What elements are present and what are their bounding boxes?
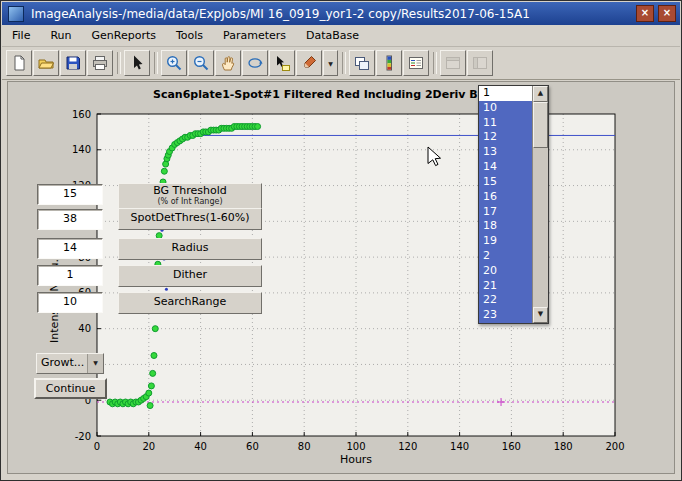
rotate-3d-icon bbox=[246, 54, 264, 72]
save-icon bbox=[64, 54, 82, 72]
chevron-down-icon: ▼ bbox=[87, 354, 103, 373]
plot-tools-show-button[interactable] bbox=[467, 50, 493, 76]
zoom-out-icon bbox=[192, 54, 210, 72]
dropdown-item-15[interactable]: 15 bbox=[479, 175, 532, 190]
toolbar-separator bbox=[342, 52, 346, 74]
radius-label: Radius bbox=[118, 238, 262, 260]
menu-item-tools[interactable]: Tools bbox=[166, 26, 213, 45]
print-button[interactable] bbox=[87, 50, 113, 76]
toolbar-separator bbox=[117, 52, 121, 74]
growth-mode-dropdown[interactable]: Growt... ▼ bbox=[36, 353, 104, 374]
app-window: ImageAnalysis-/media/data/ExpJobs/MI 16_… bbox=[0, 0, 682, 481]
dither-label: Dither bbox=[118, 265, 262, 287]
new-figure-button[interactable] bbox=[349, 50, 375, 76]
menu-item-database[interactable]: DataBase bbox=[296, 26, 369, 45]
dropdown-item-11[interactable]: 11 bbox=[479, 116, 532, 131]
insert-colorbar-button[interactable] bbox=[376, 50, 402, 76]
menu-item-parameters[interactable]: Parameters bbox=[213, 26, 296, 45]
brush-button[interactable] bbox=[296, 50, 322, 76]
scroll-up-button[interactable]: ▲ bbox=[533, 86, 548, 102]
zoom-out-button[interactable] bbox=[188, 50, 214, 76]
toolbar-separator bbox=[433, 52, 437, 74]
dropdown-item-20[interactable]: 20 bbox=[479, 264, 532, 279]
bg-threshold-input[interactable]: 15 bbox=[37, 184, 103, 205]
window-title: ImageAnalysis-/media/data/ExpJobs/MI 16_… bbox=[31, 7, 632, 21]
spot-det-thres-input[interactable]: 38 bbox=[37, 209, 103, 230]
new-document-button[interactable] bbox=[6, 50, 32, 76]
dropdown-scrollbar[interactable]: ▲ ▼ bbox=[532, 86, 548, 323]
search-range-label: SearchRange bbox=[118, 292, 262, 314]
dither-input[interactable]: 1 bbox=[37, 265, 103, 286]
insert-legend-icon bbox=[407, 54, 425, 72]
window-maximize-button[interactable]: × bbox=[636, 5, 654, 22]
menu-item-file[interactable]: File bbox=[2, 26, 40, 45]
toolbar-separator bbox=[154, 52, 158, 74]
new-figure-icon bbox=[353, 54, 371, 72]
plot-tools-hide-button[interactable] bbox=[440, 50, 466, 76]
rotate-3d-button[interactable] bbox=[242, 50, 268, 76]
zoom-in-button[interactable] bbox=[161, 50, 187, 76]
figure-canvas[interactable] bbox=[7, 81, 675, 474]
menu-item-run[interactable]: Run bbox=[40, 26, 81, 45]
print-icon bbox=[91, 54, 109, 72]
titlebar[interactable]: ImageAnalysis-/media/data/ExpJobs/MI 16_… bbox=[2, 2, 680, 25]
window-close-button[interactable]: × bbox=[658, 5, 676, 22]
insert-colorbar-icon bbox=[380, 54, 398, 72]
dropdown-item-12[interactable]: 12 bbox=[479, 130, 532, 145]
dropdown-item-16[interactable]: 16 bbox=[479, 190, 532, 205]
dropdown-item-19[interactable]: 19 bbox=[479, 234, 532, 249]
pan-button[interactable] bbox=[215, 50, 241, 76]
scrollbar-thumb[interactable] bbox=[533, 102, 548, 148]
dropdown-item-14[interactable]: 14 bbox=[479, 160, 532, 175]
data-cursor-icon bbox=[273, 54, 291, 72]
dropdown-item-22[interactable]: 22 bbox=[479, 293, 532, 308]
radius-input[interactable]: 14 bbox=[37, 238, 103, 259]
bg-threshold-label: BG Threshold (% of Int Range) bbox=[118, 183, 262, 210]
spot-det-thres-label: SpotDetThres(1-60%) bbox=[118, 208, 262, 230]
zoom-in-icon bbox=[165, 54, 183, 72]
search-range-input[interactable]: 10 bbox=[37, 292, 103, 313]
value-dropdown-list[interactable]: 110111213141516171819220212223 ▲ ▼ bbox=[478, 85, 549, 324]
continue-button[interactable]: Continue bbox=[34, 378, 107, 399]
plot-tools-hide-icon bbox=[444, 54, 462, 72]
pointer-icon bbox=[128, 54, 146, 72]
toolbar: ▼ bbox=[2, 47, 680, 80]
dropdown-item-2[interactable]: 2 bbox=[479, 249, 532, 264]
dropdown-item-21[interactable]: 21 bbox=[479, 279, 532, 294]
dropdown-items: 110111213141516171819220212223 bbox=[479, 86, 532, 323]
chevron-down-icon: ▼ bbox=[328, 60, 333, 67]
dropdown-item-18[interactable]: 18 bbox=[479, 219, 532, 234]
scroll-down-button[interactable]: ▼ bbox=[533, 307, 548, 323]
dropdown-item-17[interactable]: 17 bbox=[479, 205, 532, 220]
dropdown-item-1[interactable]: 1 bbox=[479, 86, 532, 101]
save-button[interactable] bbox=[60, 50, 86, 76]
menu-item-genreports[interactable]: GenReports bbox=[82, 26, 166, 45]
pointer-button[interactable] bbox=[124, 50, 150, 76]
data-cursor-button[interactable] bbox=[269, 50, 295, 76]
new-document-icon bbox=[10, 54, 28, 72]
insert-legend-button[interactable] bbox=[403, 50, 429, 76]
open-folder-icon bbox=[37, 54, 55, 72]
brush-icon bbox=[300, 54, 318, 72]
scrollbar-track[interactable] bbox=[533, 102, 548, 307]
plot-tools-show-icon bbox=[471, 54, 489, 72]
dropdown-item-13[interactable]: 13 bbox=[479, 145, 532, 160]
dropdown-item-23[interactable]: 23 bbox=[479, 308, 532, 323]
app-icon bbox=[8, 6, 24, 22]
open-folder-button[interactable] bbox=[33, 50, 59, 76]
brush-dropdown-button[interactable]: ▼ bbox=[323, 50, 338, 76]
menubar: FileRunGenReportsToolsParametersDataBase bbox=[2, 25, 680, 47]
dropdown-item-10[interactable]: 10 bbox=[479, 101, 532, 116]
pan-icon bbox=[219, 54, 237, 72]
